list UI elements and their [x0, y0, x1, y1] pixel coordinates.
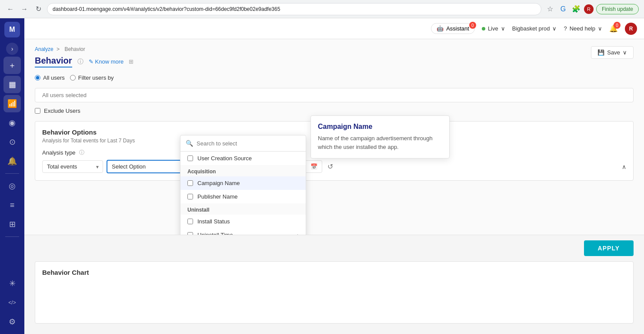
controls-row: Total events ▼ Select Option ▲ ✕ Last 7 …	[42, 160, 626, 173]
analysis-type-wrapper: Total events ▼	[42, 160, 103, 173]
url-bar[interactable]	[47, 3, 541, 15]
dropdown-item-user-creation-source[interactable]: User Creation Source	[180, 152, 306, 165]
sidebar-item-add[interactable]: ＋	[3, 57, 21, 74]
sidebar-item-analytics[interactable]: 📶	[3, 95, 21, 112]
apply-row: APPLY	[24, 235, 644, 261]
breadcrumb-separator: >	[57, 46, 60, 52]
analysis-type-label: Analysis type	[42, 149, 76, 156]
dropdown-item-campaign-name[interactable]: Campaign Name	[180, 176, 306, 190]
calendar-icon[interactable]: 📅	[310, 163, 317, 170]
exclude-row: Exclude Users	[35, 108, 634, 114]
uninstall-time-arrow-icon: ›	[297, 232, 299, 235]
uninstall-time-inner: Uninstall Time	[187, 232, 233, 235]
assistant-notif-badge: 0	[469, 22, 476, 29]
sidebar-item-campaigns[interactable]: ◉	[3, 114, 21, 132]
save-icon: 💾	[597, 49, 604, 56]
install-status-label: Install Status	[197, 218, 230, 225]
sidebar-toggle[interactable]: ›	[6, 43, 18, 55]
sidebar-item-extras[interactable]: ✳	[3, 275, 21, 292]
filter-users-radio-input[interactable]	[70, 75, 76, 81]
breadcrumb-analyze[interactable]: Analyze	[35, 46, 53, 52]
all-users-radio-input[interactable]	[35, 75, 40, 81]
user-creation-source-checkbox[interactable]	[187, 155, 193, 161]
filter-users-radio[interactable]: Filter users by	[70, 74, 114, 81]
notif-count-badge: 0	[614, 22, 621, 29]
uninstall-time-checkbox[interactable]	[187, 232, 193, 235]
filter-users-label: Filter users by	[78, 74, 114, 81]
sidebar-logo: M	[4, 22, 20, 37]
external-link-icon: ✎	[89, 58, 93, 65]
page-area: Analyze > Behavior Behavior ⓘ ✎ Know mor…	[24, 39, 644, 235]
extensions-button[interactable]: 🧩	[571, 4, 581, 14]
info-icon[interactable]: ⓘ	[77, 58, 83, 66]
dropdown-item-install-status[interactable]: Install Status	[180, 215, 306, 228]
chart-area: Behavior Chart	[35, 261, 634, 324]
breadcrumb-current: Behavior	[64, 46, 85, 52]
profile-button[interactable]: R	[584, 4, 594, 14]
app-container: M › ＋ ▦ 📶 ◉ ⊙ 🔔 ◎ ≡ ⊞ ✳ </> ⚙ 🤖 Assistan…	[0, 18, 644, 334]
analysis-type-select[interactable]: Total events	[42, 160, 103, 173]
assistant-label: Assistant	[446, 25, 469, 32]
main-content: 🤖 Assistant 0 Live ∨ Bigbasket prod ∨ ? …	[24, 18, 644, 334]
help-chevron-icon: ∨	[598, 25, 602, 32]
dropdown-item-publisher-name[interactable]: Publisher Name	[180, 190, 306, 203]
all-users-selected-text: All users selected	[42, 92, 87, 98]
sidebar-item-integrations[interactable]: ◎	[3, 177, 21, 195]
publisher-name-checkbox[interactable]	[187, 194, 193, 199]
info-panel-text: Name of the campaign advertisement throu…	[318, 134, 442, 151]
extra-icon: ⊞	[129, 58, 133, 65]
dropdown-item-uninstall-time[interactable]: Uninstall Time ›	[180, 228, 306, 235]
know-more-label: Know more	[95, 58, 124, 65]
install-status-checkbox[interactable]	[187, 219, 193, 224]
reset-button[interactable]: ↺	[326, 161, 335, 172]
filter-row: All users Filter users by	[35, 74, 634, 81]
back-button[interactable]: ←	[5, 4, 16, 14]
campaign-name-label: Campaign Name	[197, 180, 240, 186]
user-creation-source-label: User Creation Source	[197, 155, 252, 162]
page-title: Behavior	[35, 56, 72, 67]
analysis-type-info-icon[interactable]: ⓘ	[79, 149, 84, 156]
dropdown-search: 🔍	[180, 135, 306, 152]
dropdown-section-uninstall: Uninstall	[180, 203, 306, 215]
live-status[interactable]: Live ∨	[482, 25, 505, 32]
breadcrumb: Analyze > Behavior	[35, 46, 634, 52]
info-panel: Campaign Name Name of the campaign adver…	[310, 115, 450, 159]
sidebar-item-code[interactable]: </>	[3, 294, 21, 311]
radio-group: All users Filter users by	[35, 74, 114, 81]
sidebar-item-data[interactable]: ≡	[3, 196, 21, 214]
sidebar-bottom: ✳ </> ⚙	[3, 275, 21, 331]
campaign-name-checkbox[interactable]	[187, 180, 193, 186]
workspace-label: Bigbasket prod	[512, 25, 550, 32]
sidebar-item-users[interactable]: ⊙	[3, 133, 21, 151]
workspace-selector[interactable]: Bigbasket prod ∨	[512, 25, 557, 32]
all-users-radio[interactable]: All users	[35, 74, 65, 81]
all-users-label: All users	[43, 74, 65, 81]
select-option-label: Select Option	[112, 163, 146, 170]
sidebar-item-dashboard[interactable]: ▦	[3, 76, 21, 93]
finish-update-button[interactable]: Finish update	[596, 4, 639, 14]
all-users-box: All users selected	[35, 88, 634, 102]
apply-button[interactable]: APPLY	[584, 240, 634, 256]
help-button[interactable]: ? Need help ∨	[564, 25, 602, 32]
exclude-users-checkbox[interactable]	[35, 108, 40, 114]
notif-button[interactable]: 🔔 0	[609, 24, 618, 33]
save-button[interactable]: 💾 Save ∨	[591, 46, 634, 59]
sidebar-item-settings[interactable]: ⚙	[3, 313, 21, 331]
collapse-button[interactable]: ∧	[622, 163, 626, 170]
forward-button[interactable]: →	[19, 4, 30, 14]
reload-button[interactable]: ↻	[33, 4, 43, 14]
dropdown-search-input[interactable]	[197, 140, 300, 147]
extension-g-button[interactable]: G	[558, 4, 568, 14]
avatar-button[interactable]: R	[625, 23, 637, 35]
sidebar-item-flows[interactable]: ⊞	[3, 216, 21, 233]
save-chevron-icon: ∨	[623, 49, 627, 56]
workspace-chevron-icon: ∨	[552, 25, 557, 32]
sidebar-item-notifications[interactable]: 🔔	[3, 152, 21, 170]
chart-empty-area	[42, 281, 626, 316]
assistant-button[interactable]: 🤖 Assistant 0	[431, 23, 475, 34]
bookmark-button[interactable]: ☆	[545, 4, 555, 14]
browser-actions: ☆ G 🧩 R Finish update	[545, 4, 639, 14]
live-chevron-icon: ∨	[501, 25, 505, 32]
know-more-button[interactable]: ✎ Know more	[89, 58, 124, 65]
page-header: Behavior ⓘ ✎ Know more ⊞ 💾 Save ∨	[35, 56, 634, 67]
